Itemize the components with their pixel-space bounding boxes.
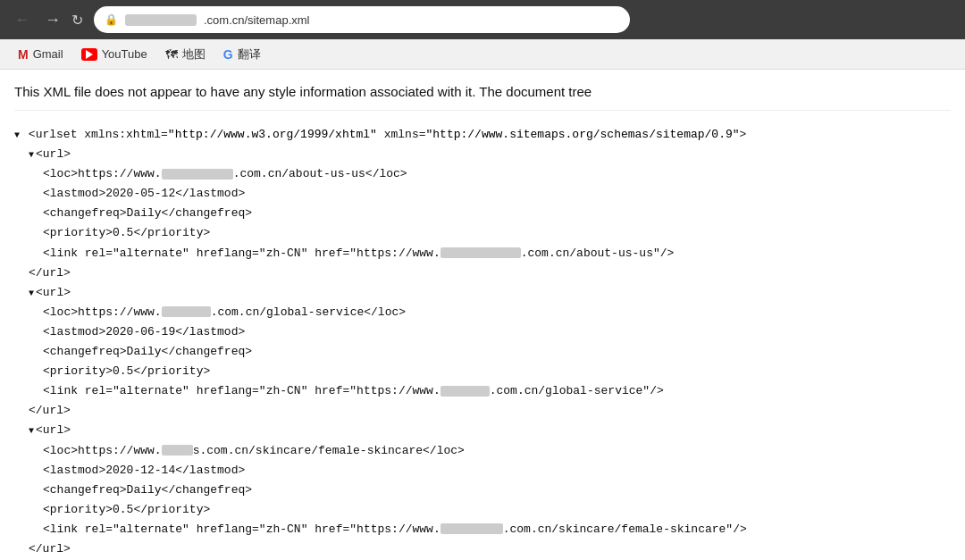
url1-lastmod: <lastmod>2020-05-12</lastmod> — [43, 184, 951, 204]
triangle-urlset: ▼ — [14, 130, 20, 140]
url1-blur1 — [162, 169, 233, 180]
bookmark-maps[interactable]: 🗺 地图 — [158, 44, 213, 65]
browser-chrome: ← → ↻ 🔒 .com.cn/sitemap.xml — [0, 0, 965, 39]
url3-blur2 — [441, 523, 503, 534]
url2-lastmod: <lastmod>2020-06-19</lastmod> — [43, 322, 951, 342]
url3-blur1 — [162, 445, 193, 456]
bookmark-translate[interactable]: G 翻译 — [216, 44, 268, 65]
url2-blur2 — [441, 386, 490, 397]
triangle-url2: ▼ — [29, 288, 34, 298]
url1-link: <link rel="alternate" hreflang="zh-CN" h… — [43, 244, 951, 263]
url-text: .com.cn/sitemap.xml — [204, 13, 309, 27]
address-bar[interactable]: 🔒 .com.cn/sitemap.xml — [94, 6, 630, 33]
triangle-url1: ▼ — [29, 150, 34, 160]
bookmark-gmail-label: Gmail — [33, 47, 63, 61]
page-content: This XML file does not appear to have an… — [0, 70, 965, 559]
nav-buttons: ← → ↻ — [11, 10, 83, 29]
url1-changefreq: <changefreq>Daily</changefreq> — [43, 204, 951, 223]
youtube-play-triangle — [86, 50, 93, 59]
url2-close: </url> — [29, 401, 951, 421]
url1-open: ▼<url> — [29, 145, 951, 164]
bookmark-translate-label: 翻译 — [238, 46, 261, 63]
urlset-line: ▼ <urlset xmlns:xhtml="http://www.w3.org… — [14, 125, 951, 145]
url2-priority: <priority>0.5</priority> — [43, 362, 951, 381]
url3-lastmod: <lastmod>2020-12-14</lastmod> — [43, 461, 951, 481]
url3-priority: <priority>0.5</priority> — [43, 500, 951, 520]
url3-open: ▼<url> — [29, 421, 951, 440]
gmail-icon: M — [18, 47, 29, 62]
back-button[interactable]: ← — [11, 10, 34, 29]
translate-icon: G — [223, 47, 233, 62]
url2-open: ▼<url> — [29, 283, 951, 303]
url-blur — [125, 14, 197, 26]
xml-tree: ▼ <urlset xmlns:xhtml="http://www.w3.org… — [14, 125, 951, 559]
maps-icon: 🗺 — [165, 47, 178, 62]
url3-link: <link rel="alternate" hreflang="zh-CN" h… — [43, 520, 951, 539]
reload-button[interactable]: ↻ — [71, 12, 83, 29]
xml-notice: This XML file does not appear to have an… — [14, 84, 951, 111]
bookmark-maps-label: 地图 — [182, 46, 206, 63]
url3-loc: <loc>https://www.s.com.cn/skincare/femal… — [43, 441, 951, 461]
youtube-logo — [81, 48, 97, 61]
url1-close: </url> — [29, 263, 951, 283]
forward-button[interactable]: → — [41, 10, 64, 29]
urlset-tag: <urlset xmlns:xhtml="http://www.w3.org/1… — [29, 128, 747, 141]
lock-icon: 🔒 — [105, 13, 118, 26]
bookmarks-bar: M Gmail YouTube 🗺 地图 G 翻译 — [0, 39, 965, 70]
bookmark-youtube-label: YouTube — [102, 47, 147, 61]
url3-close-partial: </url> — [29, 539, 951, 559]
url1-blur2 — [441, 247, 521, 258]
youtube-icon — [81, 48, 97, 61]
url1-priority: <priority>0.5</priority> — [43, 223, 951, 243]
url1-loc: <loc>https://www..com.cn/about-us-us</lo… — [43, 164, 951, 184]
url2-blur1 — [162, 306, 211, 317]
url2-link: <link rel="alternate" hreflang="zh-CN" h… — [43, 381, 951, 401]
triangle-url3: ▼ — [29, 426, 34, 436]
url2-changefreq: <changefreq>Daily</changefreq> — [43, 342, 951, 362]
bookmark-gmail[interactable]: M Gmail — [11, 45, 71, 64]
bookmark-youtube[interactable]: YouTube — [74, 45, 155, 63]
url2-loc: <loc>https://www..com.cn/global-service<… — [43, 303, 951, 322]
url3-changefreq: <changefreq>Daily</changefreq> — [43, 481, 951, 500]
